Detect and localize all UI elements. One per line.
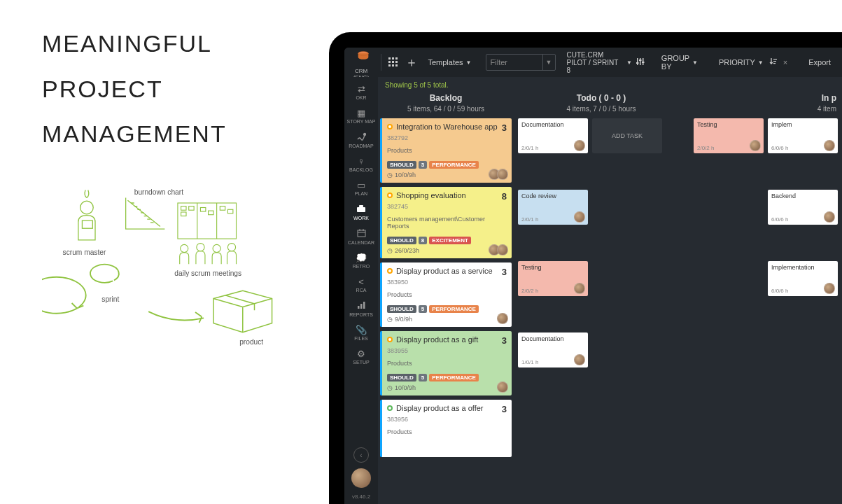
svg-rect-11 <box>227 209 232 214</box>
nav-setup[interactable]: ⚙SETUP <box>344 346 378 368</box>
assignee-avatar[interactable] <box>574 211 585 223</box>
task-card[interactable]: Documentation 1/0/1 h <box>518 332 588 368</box>
nav-calendar[interactable]: CALENDAR <box>344 225 378 248</box>
svg-point-0 <box>80 201 94 214</box>
svg-rect-32 <box>642 62 645 63</box>
assignee-avatar[interactable] <box>497 169 508 180</box>
assignee-avatar[interactable] <box>497 313 508 324</box>
user-avatar[interactable] <box>351 468 371 488</box>
assignee-avatar[interactable] <box>824 140 835 151</box>
nav-retro[interactable]: 💭RETRO <box>344 250 378 272</box>
task-title: Testing <box>521 264 584 271</box>
task-card[interactable]: Implementation 6/0/6 h <box>768 261 838 296</box>
chip: 3 <box>419 161 427 169</box>
work-icon <box>356 204 366 214</box>
svg-rect-34 <box>773 61 776 62</box>
svg-rect-23 <box>395 61 398 63</box>
nav-backlog[interactable]: ♀BACKLOG <box>344 153 378 176</box>
task-card[interactable]: Testing 2/0/2 h <box>694 118 764 153</box>
assignee-avatar[interactable] <box>497 382 508 393</box>
backlog-card[interactable]: Shopping evaluation 8 382745 Customers m… <box>380 187 512 258</box>
close-icon[interactable]: × <box>783 58 787 66</box>
task-card[interactable]: Code review 2/0/1 h <box>518 190 588 225</box>
nav-storymap[interactable]: ▦STORY MAP <box>344 105 378 127</box>
svg-rect-24 <box>388 64 391 66</box>
assignee-avatar[interactable] <box>574 140 585 151</box>
backlog-card[interactable]: Display product as a service 3 383950 Pr… <box>380 262 512 327</box>
svg-rect-37 <box>357 207 365 212</box>
chip: 5 <box>419 305 427 313</box>
files-icon: 📎 <box>356 326 367 335</box>
chip: SHOULD <box>387 237 416 244</box>
task-title: Code review <box>521 192 584 200</box>
kanban-board: Showing 5 of 5 total. Backlog 5 items, 6… <box>378 77 842 504</box>
backlog-card[interactable]: Display product as a gift 3 383955 Produ… <box>380 331 512 396</box>
card-id: 383950 <box>387 279 507 286</box>
task-card[interactable]: Documentation 2/0/1 h <box>518 118 588 153</box>
svg-rect-1 <box>82 220 92 228</box>
assignee-avatar[interactable] <box>574 283 585 294</box>
task-card[interactable]: Implem 6/0/6 h <box>768 118 838 153</box>
task-hours: 2/0/1 h <box>521 216 538 223</box>
task-hours: 6/0/6 h <box>771 145 788 151</box>
breadcrumb-settings-icon[interactable] <box>636 57 645 67</box>
groupby-dropdown[interactable]: GROUP BY▼ <box>657 51 702 74</box>
nav-roadmap[interactable]: ROADMAP <box>344 129 378 152</box>
assignee-avatar[interactable] <box>574 354 585 365</box>
nav-rca[interactable]: <RCA <box>344 274 378 296</box>
task-title: Backend <box>771 192 834 200</box>
export-button[interactable]: Export <box>804 55 835 69</box>
breadcrumb[interactable]: CUTE.CRM PILOT / SPRINT 8 ▼ <box>567 51 645 74</box>
assignee-avatar[interactable] <box>824 283 835 294</box>
assignee-avatar[interactable] <box>497 244 508 255</box>
svg-rect-45 <box>363 302 365 309</box>
filter-box[interactable]: ▼ <box>486 54 556 71</box>
collapse-sidebar-icon[interactable]: ‹ <box>353 447 369 463</box>
grid-view-icon[interactable] <box>387 52 400 72</box>
chip: PERFORMANCE <box>429 374 479 382</box>
assignee-avatar[interactable] <box>750 140 761 151</box>
svg-rect-19 <box>392 57 394 59</box>
svg-rect-30 <box>636 62 639 64</box>
task-card[interactable]: Testing 2/0/2 h <box>518 261 588 296</box>
card-points: 3 <box>502 267 507 277</box>
clock-icon: ◷ <box>387 247 393 254</box>
svg-rect-5 <box>181 206 186 210</box>
calendar-icon <box>357 229 366 239</box>
filter-input[interactable] <box>486 55 542 70</box>
status-dot-icon <box>387 124 393 130</box>
plan-icon: ▭ <box>357 181 365 190</box>
nav-reports[interactable]: REPORTS <box>344 298 378 321</box>
clock-icon: ◷ <box>387 172 393 178</box>
card-category: Products <box>387 428 507 435</box>
scrum-illustration: scrum master burndown chart <box>42 185 315 490</box>
svg-rect-8 <box>200 207 205 211</box>
app-logo[interactable] <box>352 48 374 67</box>
task-card[interactable]: Backend 6/0/6 h <box>768 190 838 225</box>
templates-dropdown[interactable]: Templates▼ <box>423 55 475 69</box>
card-id: 382792 <box>387 134 507 141</box>
storymap-icon: ▦ <box>357 108 365 118</box>
assignee-avatar[interactable] <box>824 211 835 223</box>
task-hours: 6/0/6 h <box>771 216 788 223</box>
backlog-card[interactable]: Display product as a offer 3 383956 Prod… <box>380 400 512 457</box>
nav-plan[interactable]: ▭PLAN <box>344 177 378 200</box>
priority-dropdown[interactable]: PRIORITY▼ × <box>715 55 792 71</box>
add-icon[interactable]: ＋ <box>405 52 418 72</box>
column-header-backlog: Backlog 5 items, 64 / 0 / 59 hours <box>378 92 514 118</box>
nav-files[interactable]: 📎FILES <box>344 322 378 344</box>
nav-work[interactable]: WORK <box>344 201 378 224</box>
status-dot-icon <box>387 268 393 274</box>
annot-daily: daily scrum meetings <box>174 270 241 277</box>
svg-point-12 <box>181 244 188 252</box>
backlog-card[interactable]: Integration to Warehouse app 3 382792 Pr… <box>380 118 512 183</box>
card-title: Display product as a service <box>396 267 498 275</box>
card-category: Products <box>387 147 507 154</box>
nav-okr[interactable]: ⇄OKR <box>344 81 378 104</box>
sort-icon[interactable] <box>769 57 778 68</box>
chip: EXCITEMENT <box>429 237 471 244</box>
chip: PERFORMANCE <box>429 161 479 169</box>
filter-dropdown-icon[interactable]: ▼ <box>542 55 555 70</box>
add-task-button[interactable]: ADD TASK <box>592 118 662 153</box>
svg-point-14 <box>213 244 220 252</box>
